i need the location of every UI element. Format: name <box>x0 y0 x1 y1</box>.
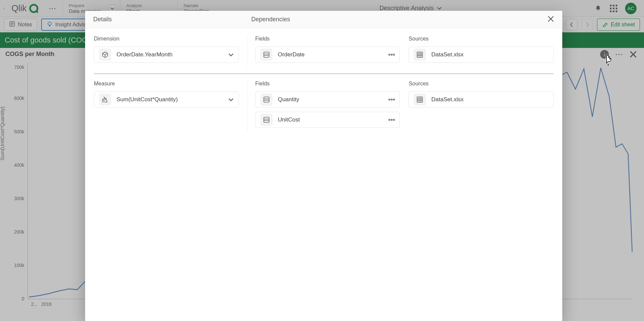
cube-icon <box>99 49 111 61</box>
svg-rect-27 <box>417 52 423 57</box>
field-card[interactable]: OrderDate ••• <box>255 47 400 63</box>
field-card[interactable]: UnitCost ••• <box>255 112 400 128</box>
field-icon <box>260 114 273 126</box>
field-name: OrderDate <box>278 51 383 58</box>
svg-rect-30 <box>417 97 423 102</box>
modal-tab-dependencies[interactable]: Dependencies <box>251 16 290 23</box>
more-icon[interactable]: ••• <box>388 50 395 59</box>
sources-label: Sources <box>409 81 553 87</box>
dimension-label: Dimension <box>94 36 239 42</box>
divider <box>94 74 553 74</box>
close-icon[interactable] <box>547 15 554 24</box>
field-name: UnitCost <box>278 116 383 123</box>
svg-rect-28 <box>264 97 269 102</box>
field-icon <box>260 93 273 106</box>
field-icon <box>260 49 273 61</box>
svg-rect-29 <box>264 117 269 123</box>
measure-value: Sum(UnitCost*Quantity) <box>117 96 223 103</box>
measure-card[interactable]: Sum(UnitCost*Quantity) <box>94 91 239 108</box>
source-name: DataSet.xlsx <box>431 51 548 58</box>
measure-icon <box>99 93 111 106</box>
table-icon <box>414 93 426 106</box>
svg-rect-26 <box>264 52 269 57</box>
measure-label: Measure <box>94 81 239 87</box>
field-name: Quantity <box>278 96 383 103</box>
more-icon[interactable]: ••• <box>388 115 395 124</box>
sources-label: Sources <box>409 36 553 42</box>
source-card[interactable]: DataSet.xlsx <box>409 91 553 108</box>
table-icon <box>414 49 426 61</box>
more-icon[interactable]: ••• <box>388 95 395 104</box>
dimension-card[interactable]: OrderDate.YearMonth <box>94 47 239 63</box>
fields-label: Fields <box>255 36 400 42</box>
fields-label: Fields <box>255 81 400 87</box>
source-name: DataSet.xlsx <box>431 96 548 103</box>
chevron-down-icon[interactable] <box>228 96 234 103</box>
dependencies-modal: Details Dependencies Dimension OrderDate… <box>85 11 562 321</box>
dimension-value: OrderDate.YearMonth <box>117 51 223 58</box>
field-card[interactable]: Quantity ••• <box>255 91 400 108</box>
modal-tab-details[interactable]: Details <box>93 16 251 23</box>
chevron-down-icon[interactable] <box>228 51 234 58</box>
source-card[interactable]: DataSet.xlsx <box>409 47 553 63</box>
cursor-icon <box>603 55 614 69</box>
